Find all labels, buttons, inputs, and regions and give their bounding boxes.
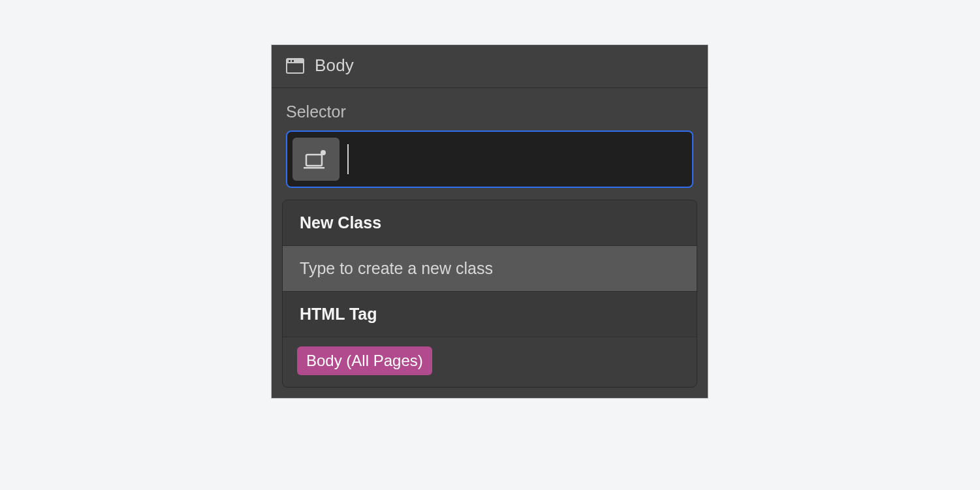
element-name: Body bbox=[315, 55, 354, 76]
new-class-hint-option[interactable]: Type to create a new class bbox=[283, 246, 697, 292]
selector-label: Selector bbox=[272, 88, 708, 130]
dropdown-heading-new-class: New Class bbox=[283, 200, 697, 246]
style-panel: Body Selector New Class Type to create a… bbox=[272, 45, 708, 398]
svg-rect-3 bbox=[292, 60, 294, 62]
body-element-icon bbox=[286, 58, 304, 74]
dropdown-heading-html-tag: HTML Tag bbox=[283, 292, 697, 337]
html-tag-option-row[interactable]: Body (All Pages) bbox=[283, 337, 697, 387]
svg-rect-2 bbox=[289, 60, 291, 62]
element-header: Body bbox=[272, 45, 708, 88]
selector-dropdown: New Class Type to create a new class HTM… bbox=[282, 200, 697, 388]
body-all-pages-tag[interactable]: Body (All Pages) bbox=[297, 346, 432, 375]
selector-input-wrap[interactable] bbox=[286, 130, 693, 188]
